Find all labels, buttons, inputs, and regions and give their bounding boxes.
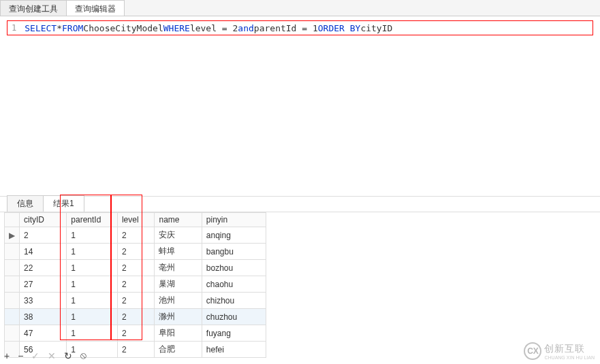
- cell-parentid[interactable]: 1: [67, 309, 118, 325]
- table-row[interactable]: 1412蚌埠bangbu: [5, 244, 266, 260]
- cell-name[interactable]: 蚌埠: [155, 244, 202, 260]
- row-marker: ▶: [5, 227, 20, 244]
- cell-cityid[interactable]: 2: [20, 227, 67, 244]
- refresh-button[interactable]: ↻: [64, 350, 72, 361]
- cell-level[interactable]: 2: [117, 276, 155, 293]
- result-toolbar: + − ✓ ✕ ↻ ⦸: [4, 350, 86, 361]
- row-marker: [5, 293, 20, 309]
- kw-orderby: ORDER BY: [318, 23, 361, 33]
- table-row[interactable]: 4712阜阳fuyang: [5, 325, 266, 342]
- row-marker: [5, 276, 20, 293]
- cell-pinyin[interactable]: anqing: [202, 227, 266, 244]
- cell-name[interactable]: 安庆: [155, 227, 202, 244]
- results-table-wrap: cityID parentId level name pinyin ▶212安庆…: [0, 212, 600, 358]
- table-row[interactable]: ▶212安庆anqing: [5, 227, 266, 244]
- cell-parentid[interactable]: 1: [67, 244, 118, 260]
- sql-editor[interactable]: 1 SELECT * FROM ChooseCityModel WHERE le…: [7, 20, 593, 35]
- kw-where: WHERE: [163, 23, 190, 33]
- row-marker: [5, 309, 20, 325]
- cell-cityid[interactable]: 38: [20, 309, 67, 325]
- cell-parentid[interactable]: 1: [67, 276, 118, 293]
- cell-parentid[interactable]: 1: [67, 293, 118, 309]
- tab-query-builder[interactable]: 查询创建工具: [0, 0, 67, 16]
- apply-button[interactable]: ✓: [31, 350, 40, 361]
- add-row-button[interactable]: +: [4, 350, 10, 361]
- cell-pinyin[interactable]: chuzhou: [202, 309, 266, 325]
- cell-cityid[interactable]: 47: [20, 325, 67, 342]
- cell-name[interactable]: 阜阳: [155, 325, 202, 342]
- kw-and: and: [238, 23, 253, 33]
- tab-result1[interactable]: 结果1: [43, 195, 84, 212]
- table-row[interactable]: 2712巢湖chaohu: [5, 276, 266, 293]
- cell-pinyin[interactable]: hefei: [202, 342, 266, 358]
- cancel-button[interactable]: ✕: [48, 350, 56, 361]
- table-row[interactable]: 3312池州chizhou: [5, 293, 266, 309]
- cell-pinyin[interactable]: fuyang: [202, 325, 266, 342]
- line-number: 1: [12, 23, 16, 33]
- cell-name[interactable]: 滁州: [155, 309, 202, 325]
- cell-name[interactable]: 亳州: [155, 260, 202, 276]
- delete-row-button[interactable]: −: [18, 350, 23, 361]
- watermark-sub: CHUANG XIN HU LIAN: [544, 355, 595, 360]
- cell-level[interactable]: 2: [117, 260, 155, 276]
- cell-level[interactable]: 2: [117, 244, 155, 260]
- result-tabs: 信息 结果1: [0, 196, 600, 212]
- cell-parentid[interactable]: 1: [67, 325, 118, 342]
- cell-level[interactable]: 2: [117, 325, 155, 342]
- cell-pinyin[interactable]: bozhou: [202, 260, 266, 276]
- watermark-text: 创新互联: [544, 343, 585, 354]
- kw-from: FROM: [62, 23, 83, 33]
- cell-pinyin[interactable]: bangbu: [202, 244, 266, 260]
- stop-button[interactable]: ⦸: [80, 350, 86, 361]
- row-marker: [5, 260, 20, 276]
- tab-query-editor[interactable]: 查询编辑器: [66, 0, 125, 16]
- cell-name[interactable]: 合肥: [155, 342, 202, 358]
- cell-cityid[interactable]: 27: [20, 276, 67, 293]
- col-parentid[interactable]: parentId: [67, 213, 118, 227]
- cell-cityid[interactable]: 22: [20, 260, 67, 276]
- table-row[interactable]: 2212亳州bozhou: [5, 260, 266, 276]
- cell-pinyin[interactable]: chizhou: [202, 293, 266, 309]
- cell-cityid[interactable]: 33: [20, 293, 67, 309]
- tab-info[interactable]: 信息: [7, 195, 44, 212]
- cell-name[interactable]: 池州: [155, 293, 202, 309]
- editor-blank-area[interactable]: [0, 39, 600, 196]
- watermark-logo: CX: [524, 342, 541, 360]
- cell-level[interactable]: 2: [117, 309, 155, 325]
- table-row[interactable]: 3812滁州chuzhou: [5, 309, 266, 325]
- kw-select: SELECT: [25, 23, 57, 33]
- cell-level[interactable]: 2: [117, 293, 155, 309]
- cell-pinyin[interactable]: chaohu: [202, 276, 266, 293]
- cell-parentid[interactable]: 1: [67, 260, 118, 276]
- top-tabs: 查询创建工具 查询编辑器: [0, 0, 600, 16]
- cell-parentid[interactable]: 1: [67, 227, 118, 244]
- watermark: CX 创新互联 CHUANG XIN HU LIAN: [524, 342, 595, 360]
- col-name[interactable]: name: [155, 213, 202, 227]
- cell-name[interactable]: 巢湖: [155, 276, 202, 293]
- row-marker-header: [5, 213, 20, 227]
- row-marker: [5, 325, 20, 342]
- col-cityid[interactable]: cityID: [20, 213, 67, 227]
- col-level[interactable]: level: [117, 213, 155, 227]
- cell-level[interactable]: 2: [117, 227, 155, 244]
- cell-cityid[interactable]: 14: [20, 244, 67, 260]
- results-table[interactable]: cityID parentId level name pinyin ▶212安庆…: [4, 212, 266, 358]
- row-marker: [5, 244, 20, 260]
- col-pinyin[interactable]: pinyin: [202, 213, 266, 227]
- cell-level[interactable]: 2: [117, 342, 155, 358]
